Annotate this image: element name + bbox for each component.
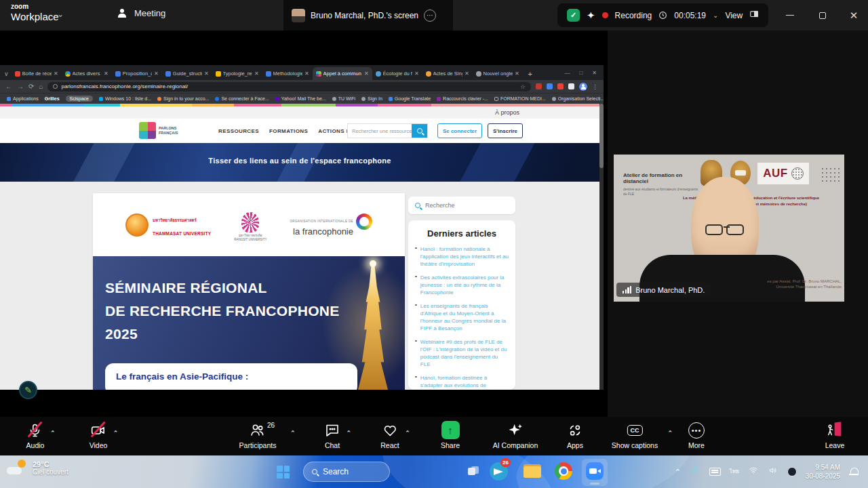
nav-formations[interactable]: FORMATIONS: [269, 128, 308, 134]
extension-icon[interactable]: [557, 83, 564, 89]
parlons-francais-logo[interactable]: PARLONSFRANÇAIS: [139, 122, 178, 139]
workspace-chevron-icon[interactable]: ⌄: [57, 9, 64, 19]
chat-chevron-icon[interactable]: ⌃: [346, 430, 351, 436]
taskbar-search[interactable]: Search: [303, 462, 390, 482]
share-button[interactable]: ↑ Share: [441, 421, 460, 449]
notification-bell-icon[interactable]: [849, 467, 859, 476]
browser-tab-newtab[interactable]: Nouvel onglet✕: [473, 67, 523, 80]
article-link-item[interactable]: •Des activités extrascolaires pour la je…: [415, 274, 509, 296]
browser-tab-active[interactable]: Appel à commun✕: [313, 67, 372, 80]
back-icon[interactable]: ←: [5, 83, 12, 90]
bookmark-facebook[interactable]: Se connecter à Face...: [215, 96, 269, 101]
tab-close-icon[interactable]: ✕: [254, 70, 259, 77]
accessibility-pencil-badge[interactable]: ✎: [19, 381, 37, 399]
taskbar-clock[interactable]: 9:54 AM 30-08-2025: [806, 463, 840, 481]
captions-chevron-icon[interactable]: ⌃: [668, 430, 673, 436]
browser-tab-ecologie[interactable]: Écologie du fran✕: [372, 67, 422, 80]
apps-button[interactable]: Apps: [567, 421, 583, 449]
participants-button[interactable]: 26 Participants ⌃: [239, 421, 277, 449]
resource-search[interactable]: Rechercher une ressource, t: [347, 123, 428, 138]
sidebar-search-input[interactable]: Recherche: [408, 197, 515, 214]
profile-avatar-icon[interactable]: [579, 83, 587, 91]
tab-close-icon[interactable]: ✕: [515, 70, 519, 77]
browser-menu-icon[interactable]: ⋮: [592, 83, 598, 90]
more-button[interactable]: ••• More: [688, 421, 705, 449]
bookmark-signin[interactable]: Sign In: [361, 96, 382, 101]
task-view-button[interactable]: [468, 466, 479, 476]
bookmark-raccourcis[interactable]: Raccourcis clavier -...: [437, 96, 488, 101]
browser-window-controls[interactable]: —□✕: [557, 70, 604, 80]
bookmark-grilles[interactable]: Grilles: [45, 96, 60, 101]
chat-button[interactable]: Chat ⌃: [324, 421, 340, 449]
reload-icon[interactable]: ⟳: [28, 83, 34, 90]
bookmark-scispace[interactable]: Scispace: [66, 96, 93, 102]
article-link-item[interactable]: •Hanoï : formation nationale à l'applica…: [415, 245, 509, 268]
view-button-label[interactable]: View: [725, 11, 743, 20]
participants-chevron-icon[interactable]: ⌃: [290, 430, 296, 436]
apropos-link[interactable]: À propos: [495, 109, 519, 116]
video-options-chevron-icon[interactable]: ⌃: [113, 430, 119, 436]
language-indicator[interactable]: ไทย: [730, 469, 739, 475]
article-link-item[interactable]: •Les enseignants de français d'Afrique e…: [415, 302, 509, 332]
tab-close-icon[interactable]: ✕: [304, 70, 309, 77]
bookmark-formation-folder[interactable]: FORMATION MEDI...: [494, 96, 546, 101]
bookmark-organisation[interactable]: Organisation Selecti...: [552, 96, 604, 101]
react-button[interactable]: React ⌃: [380, 421, 399, 449]
ai-sparkle-icon[interactable]: ✦: [587, 9, 595, 22]
signup-button[interactable]: S'inscrire: [488, 123, 523, 138]
video-button[interactable]: Video ⌃: [90, 421, 108, 449]
tray-chevron-icon[interactable]: ⌃: [675, 468, 681, 476]
shared-screen-tab[interactable]: Bruno Marchal, PhD.'s screen ⋯: [283, 0, 453, 30]
file-explorer-icon[interactable]: [524, 464, 541, 478]
tray-mic-icon[interactable]: [690, 465, 701, 479]
volume-icon[interactable]: [768, 466, 778, 478]
site-info-icon[interactable]: [53, 84, 58, 89]
timer-chevron-icon[interactable]: ⌄: [713, 12, 718, 19]
browser-tab-actes[interactable]: Actes de Singap✕: [422, 67, 473, 80]
extension-icon[interactable]: [536, 83, 542, 89]
start-button[interactable]: [277, 466, 290, 479]
forward-icon[interactable]: →: [17, 83, 24, 90]
tab-close-icon[interactable]: ✕: [104, 70, 108, 77]
bookmark-signin-acct[interactable]: Sign in to your acco...: [157, 96, 209, 101]
user-status-icon[interactable]: [787, 467, 797, 476]
tab-search-chevron-icon[interactable]: ∨: [3, 70, 12, 80]
bookmark-windows10[interactable]: Windows 10 : liste d...: [99, 96, 151, 101]
search-submit-button[interactable]: [412, 124, 427, 138]
bookmark-gtranslate[interactable]: Google Translate: [389, 96, 431, 101]
wifi-icon[interactable]: [748, 466, 759, 478]
minimize-button[interactable]: [778, 0, 802, 30]
browser-tab-gmail[interactable]: Boîte de réceptio✕: [12, 67, 62, 80]
home-icon[interactable]: ⌂: [39, 83, 43, 90]
meeting-tab[interactable]: Meeting: [117, 8, 165, 18]
react-chevron-icon[interactable]: ⌃: [405, 430, 410, 436]
browser-tab-drive[interactable]: Actes divers - Go✕: [62, 67, 112, 80]
captions-button[interactable]: CC Show captions ⌃: [612, 421, 658, 449]
bookmark-yahoo[interactable]: Yahoo! Mail The be...: [275, 96, 326, 101]
tab-close-icon[interactable]: ✕: [414, 70, 419, 77]
restore-button[interactable]: [811, 0, 834, 30]
extension-icon[interactable]: [568, 83, 574, 89]
browser-tab-doc1[interactable]: Proposition_de c✕: [112, 67, 162, 80]
browser-tab-doc3[interactable]: Méthodologie de✕: [262, 67, 313, 80]
browser-tab-doc2[interactable]: Guide_structure_✕: [162, 67, 212, 80]
bookmark-tuwifi[interactable]: TU WiFi: [332, 96, 355, 101]
login-button[interactable]: Se connecter: [437, 123, 482, 138]
tab-close-icon[interactable]: ✕: [465, 70, 469, 77]
article-link-item[interactable]: •Hanoï, formation destinée à s'adapter a…: [415, 374, 509, 390]
new-tab-button[interactable]: +: [523, 70, 538, 80]
bookmark-applications[interactable]: Applications: [7, 96, 39, 101]
touch-keyboard-icon[interactable]: [709, 468, 721, 476]
article-link-item[interactable]: •Webinaire #9 des profs de FLE de l'OIF …: [415, 338, 509, 368]
audio-button[interactable]: Audio ⌃: [26, 421, 45, 449]
tab-close-icon[interactable]: ✕: [154, 70, 159, 77]
ai-companion-button[interactable]: AI Companion: [493, 421, 538, 449]
leave-button[interactable]: Leave: [825, 421, 845, 449]
page-scrollbar[interactable]: [599, 104, 604, 390]
bookmark-star-icon[interactable]: ☆: [520, 83, 526, 90]
tab-close-icon[interactable]: ✕: [204, 70, 209, 77]
chrome-icon[interactable]: [555, 462, 572, 480]
security-shield-icon[interactable]: ✓: [567, 9, 580, 22]
audio-options-chevron-icon[interactable]: ⌃: [50, 430, 56, 436]
close-button[interactable]: ✕: [842, 0, 865, 30]
